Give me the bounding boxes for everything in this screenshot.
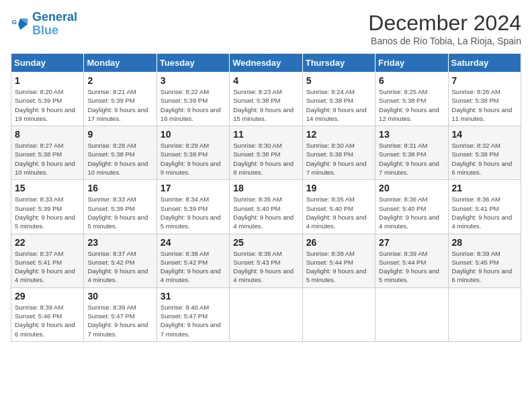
calendar-cell: 3Sunrise: 8:22 AMSunset: 5:39 PMDaylight… [157,73,229,126]
day-info: Sunrise: 8:20 AMSunset: 5:39 PMDaylight:… [15,87,80,123]
calendar-cell: 25Sunrise: 8:38 AMSunset: 5:43 PMDayligh… [230,234,302,287]
day-info: Sunrise: 8:22 AMSunset: 5:39 PMDaylight:… [161,87,226,123]
day-number: 28 [452,237,517,248]
day-info: Sunrise: 8:28 AMSunset: 5:38 PMDaylight:… [87,141,152,177]
day-number: 26 [306,237,371,248]
weekday-header-monday: Monday [84,54,157,73]
calendar-cell: 10Sunrise: 8:29 AMSunset: 5:38 PMDayligh… [157,126,229,180]
weekday-header-thursday: Thursday [302,54,375,73]
day-number: 9 [87,129,152,140]
day-info: Sunrise: 8:36 AMSunset: 5:41 PMDaylight:… [452,195,517,230]
day-info: Sunrise: 8:36 AMSunset: 5:40 PMDaylight:… [379,195,444,230]
day-number: 15 [15,183,80,193]
calendar-cell: 23Sunrise: 8:37 AMSunset: 5:42 PMDayligh… [84,234,157,287]
day-info: Sunrise: 8:38 AMSunset: 5:42 PMDaylight:… [161,249,226,285]
calendar-cell: 17Sunrise: 8:34 AMSunset: 5:39 PMDayligh… [157,180,229,234]
day-number: 3 [161,75,226,86]
calendar-week-row: 29Sunrise: 8:39 AMSunset: 5:46 PMDayligh… [11,287,521,341]
weekday-header-wednesday: Wednesday [230,54,302,73]
day-info: Sunrise: 8:37 AMSunset: 5:42 PMDaylight:… [87,249,152,285]
calendar-cell [230,287,302,341]
month-title: December 2024 [368,11,521,36]
calendar-cell: 19Sunrise: 8:35 AMSunset: 5:40 PMDayligh… [302,180,375,234]
day-info: Sunrise: 8:38 AMSunset: 5:44 PMDaylight:… [306,249,371,285]
day-info: Sunrise: 8:39 AMSunset: 5:44 PMDaylight:… [379,249,444,285]
calendar-week-row: 1Sunrise: 8:20 AMSunset: 5:39 PMDaylight… [11,73,521,126]
logo: G General Blue [11,11,77,38]
day-info: Sunrise: 8:40 AMSunset: 5:47 PMDaylight:… [161,303,226,338]
calendar-cell: 18Sunrise: 8:35 AMSunset: 5:40 PMDayligh… [230,180,302,234]
day-info: Sunrise: 8:21 AMSunset: 5:39 PMDaylight:… [87,87,152,123]
day-info: Sunrise: 8:33 AMSunset: 5:39 PMDaylight:… [87,195,152,230]
calendar-cell: 9Sunrise: 8:28 AMSunset: 5:38 PMDaylight… [84,126,157,180]
calendar-cell: 15Sunrise: 8:33 AMSunset: 5:39 PMDayligh… [11,180,84,234]
logo-line2: Blue [32,24,58,37]
page-header: G General Blue December 2024 Banos de Ri… [11,11,521,46]
day-number: 10 [161,129,226,140]
calendar-cell: 2Sunrise: 8:21 AMSunset: 5:39 PMDaylight… [84,73,157,126]
calendar-table: SundayMondayTuesdayWednesdayThursdayFrid… [11,53,521,342]
day-number: 27 [379,237,444,248]
day-number: 4 [233,75,298,86]
calendar-cell: 6Sunrise: 8:25 AMSunset: 5:38 PMDaylight… [375,73,448,126]
calendar-cell: 22Sunrise: 8:37 AMSunset: 5:41 PMDayligh… [11,234,84,287]
day-info: Sunrise: 8:33 AMSunset: 5:39 PMDaylight:… [15,195,80,230]
day-info: Sunrise: 8:39 AMSunset: 5:46 PMDaylight:… [15,303,80,338]
day-info: Sunrise: 8:30 AMSunset: 5:38 PMDaylight:… [233,141,298,177]
calendar-cell: 29Sunrise: 8:39 AMSunset: 5:46 PMDayligh… [11,287,84,341]
calendar-week-row: 22Sunrise: 8:37 AMSunset: 5:41 PMDayligh… [11,234,521,287]
day-number: 19 [306,183,371,193]
day-info: Sunrise: 8:39 AMSunset: 5:47 PMDaylight:… [87,303,152,338]
day-number: 7 [452,75,517,86]
day-number: 5 [306,75,371,86]
logo-line1: General [32,10,77,24]
calendar-week-row: 8Sunrise: 8:27 AMSunset: 5:38 PMDaylight… [11,126,521,180]
day-number: 11 [233,129,298,140]
day-number: 21 [452,183,517,193]
calendar-cell: 20Sunrise: 8:36 AMSunset: 5:40 PMDayligh… [375,180,448,234]
location: Banos de Rio Tobia, La Rioja, Spain [368,36,521,46]
calendar-cell: 21Sunrise: 8:36 AMSunset: 5:41 PMDayligh… [448,180,521,234]
day-number: 17 [161,183,226,193]
calendar-cell: 11Sunrise: 8:30 AMSunset: 5:38 PMDayligh… [230,126,302,180]
calendar-cell: 28Sunrise: 8:39 AMSunset: 5:45 PMDayligh… [448,234,521,287]
day-info: Sunrise: 8:30 AMSunset: 5:38 PMDaylight:… [306,141,371,177]
day-info: Sunrise: 8:38 AMSunset: 5:43 PMDaylight:… [233,249,298,285]
day-number: 12 [306,129,371,140]
logo-icon: G [11,15,30,34]
calendar-cell: 31Sunrise: 8:40 AMSunset: 5:47 PMDayligh… [157,287,229,341]
calendar-cell: 1Sunrise: 8:20 AMSunset: 5:39 PMDaylight… [11,73,84,126]
calendar-cell: 30Sunrise: 8:39 AMSunset: 5:47 PMDayligh… [84,287,157,341]
title-block: December 2024 Banos de Rio Tobia, La Rio… [368,11,521,46]
weekday-header-sunday: Sunday [11,54,84,73]
svg-text:G: G [11,18,17,26]
day-info: Sunrise: 8:39 AMSunset: 5:45 PMDaylight:… [452,249,517,285]
day-info: Sunrise: 8:35 AMSunset: 5:40 PMDaylight:… [233,195,298,230]
day-info: Sunrise: 8:25 AMSunset: 5:38 PMDaylight:… [379,87,444,123]
day-number: 16 [87,183,152,193]
day-number: 8 [15,129,80,140]
day-number: 6 [379,75,444,86]
calendar-cell [302,287,375,341]
weekday-header-tuesday: Tuesday [157,54,229,73]
day-number: 14 [452,129,517,140]
day-number: 30 [87,291,152,302]
day-number: 1 [15,75,80,86]
day-number: 18 [233,183,298,193]
day-number: 25 [233,237,298,248]
calendar-cell: 14Sunrise: 8:32 AMSunset: 5:38 PMDayligh… [448,126,521,180]
calendar-cell: 16Sunrise: 8:33 AMSunset: 5:39 PMDayligh… [84,180,157,234]
day-info: Sunrise: 8:29 AMSunset: 5:38 PMDaylight:… [161,141,226,177]
day-number: 22 [15,237,80,248]
calendar-cell: 4Sunrise: 8:23 AMSunset: 5:38 PMDaylight… [230,73,302,126]
day-info: Sunrise: 8:34 AMSunset: 5:39 PMDaylight:… [161,195,226,230]
calendar-cell: 12Sunrise: 8:30 AMSunset: 5:38 PMDayligh… [302,126,375,180]
day-info: Sunrise: 8:26 AMSunset: 5:38 PMDaylight:… [452,87,517,123]
calendar-cell: 5Sunrise: 8:24 AMSunset: 5:38 PMDaylight… [302,73,375,126]
weekday-header-friday: Friday [375,54,448,73]
logo-text: General Blue [32,11,77,38]
day-info: Sunrise: 8:35 AMSunset: 5:40 PMDaylight:… [306,195,371,230]
weekday-header-row: SundayMondayTuesdayWednesdayThursdayFrid… [11,54,521,73]
calendar-cell: 7Sunrise: 8:26 AMSunset: 5:38 PMDaylight… [448,73,521,126]
day-number: 23 [87,237,152,248]
